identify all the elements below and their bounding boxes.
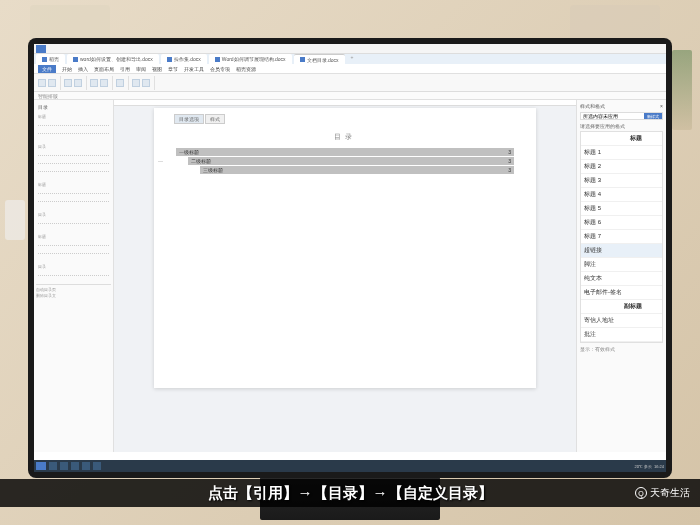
menu-member[interactable]: 会员专项 xyxy=(210,66,230,72)
nav-section-label: 标题 xyxy=(38,234,109,239)
ribbon-crossref-icon[interactable] xyxy=(100,79,108,87)
menu-layout[interactable]: 页面布局 xyxy=(94,66,114,72)
style-footnote[interactable]: 脚注 xyxy=(581,258,662,272)
toc-page: 3 xyxy=(508,158,511,164)
nav-item[interactable] xyxy=(38,120,109,126)
taskbar-search-icon[interactable] xyxy=(49,462,57,470)
menu-dev[interactable]: 开发工具 xyxy=(184,66,204,72)
nav-item[interactable] xyxy=(38,128,109,134)
tab-doc3[interactable]: Word如何调节展现结构.docx xyxy=(209,54,292,64)
nav-title: 目录 xyxy=(36,102,111,112)
ribbon-toc-icon[interactable] xyxy=(38,79,46,87)
nav-section-label: 目录 xyxy=(38,212,109,217)
nav-item[interactable] xyxy=(38,248,109,254)
watermark: Q 天奇生活 xyxy=(635,486,690,500)
ribbon-update-icon[interactable] xyxy=(48,79,56,87)
tab-home[interactable]: 稻壳 xyxy=(36,54,65,64)
home-icon xyxy=(42,57,47,62)
toc-row-level2[interactable]: 二级标题3 xyxy=(188,157,514,165)
style-h3[interactable]: 标题 3 xyxy=(581,174,662,188)
workspace: 目录 标题 目录 标题 目录 标题 目录 自动目录页 删除目录文 目录选项 样式… xyxy=(34,100,666,452)
toc-text: 二级标题 xyxy=(191,158,211,164)
menu-insert[interactable]: 插入 xyxy=(78,66,88,72)
start-button[interactable] xyxy=(36,462,46,470)
video-caption: 点击【引用】→【目录】→【自定义目录】 Q 天奇生活 xyxy=(0,479,700,507)
page[interactable]: 目录选项 样式 — 目录 一级标题3 二级标题3 三级标题3 xyxy=(154,108,536,388)
ribbon-group-5 xyxy=(132,76,155,90)
nav-item[interactable] xyxy=(38,218,109,224)
ribbon-footnote-icon[interactable] xyxy=(64,79,72,87)
nav-item[interactable] xyxy=(38,166,109,172)
titlebar xyxy=(34,44,666,54)
style-header[interactable]: 标题 xyxy=(581,132,662,146)
weather-widget[interactable]: 20℃ 多云 xyxy=(634,464,652,469)
toc-row-level1[interactable]: 一级标题3 xyxy=(176,148,514,156)
nav-item[interactable] xyxy=(38,196,109,202)
style-h7[interactable]: 标题 7 xyxy=(581,230,662,244)
new-style-button[interactable]: 新样式 xyxy=(644,113,662,119)
menu-review[interactable]: 审阅 xyxy=(136,66,146,72)
style-h5[interactable]: 标题 5 xyxy=(581,202,662,216)
nav-auto-toc[interactable]: 自动目录页 xyxy=(36,287,111,292)
style-h6[interactable]: 标题 6 xyxy=(581,216,662,230)
ribbon-caption-icon[interactable] xyxy=(90,79,98,87)
nav-item[interactable] xyxy=(38,158,109,164)
ribbon-endnote-icon[interactable] xyxy=(74,79,82,87)
tab-label: word如何设置、创建和导出.docx xyxy=(80,56,153,62)
menu-section[interactable]: 章节 xyxy=(168,66,178,72)
taskbar-edge-icon[interactable] xyxy=(71,462,79,470)
nav-item[interactable] xyxy=(38,270,109,276)
ribbon-mail-icon[interactable] xyxy=(132,79,140,87)
smart-layout-label[interactable]: 智能排版 xyxy=(38,93,58,99)
document-tabs: 稻壳 word如何设置、创建和导出.docx 操作集.docx Word如何调节… xyxy=(34,54,666,64)
styles-filter[interactable]: 显示：有效样式 xyxy=(580,346,663,352)
tab-doc4-active[interactable]: 文档目录.docx xyxy=(294,54,345,64)
style-h4[interactable]: 标题 4 xyxy=(581,188,662,202)
menu-file[interactable]: 文件 xyxy=(38,65,56,73)
ribbon-group-4 xyxy=(116,76,129,90)
toc-tab-style[interactable]: 样式 xyxy=(205,114,225,124)
toc-tab-options[interactable]: 目录选项 xyxy=(174,114,204,124)
clock[interactable]: 16:24 xyxy=(654,464,664,469)
menu-view[interactable]: 视图 xyxy=(152,66,162,72)
nav-item[interactable] xyxy=(38,150,109,156)
doc-icon xyxy=(73,57,78,62)
menu-reference[interactable]: 引用 xyxy=(120,66,130,72)
nav-delete-toc[interactable]: 删除目录文 xyxy=(36,293,111,298)
style-email[interactable]: 电子邮件-签名 xyxy=(581,286,662,300)
ribbon-mark-icon[interactable] xyxy=(116,79,124,87)
style-h1[interactable]: 标题 1 xyxy=(581,146,662,160)
windows-taskbar: 20℃ 多云 16:24 xyxy=(34,460,666,472)
taskbar-app-icon[interactable] xyxy=(82,462,90,470)
ribbon-citation-icon[interactable] xyxy=(142,79,150,87)
system-tray: 20℃ 多云 16:24 xyxy=(634,464,664,469)
style-sender[interactable]: 寄信人地址 xyxy=(581,314,662,328)
style-subtitle[interactable]: 副标题 xyxy=(581,300,662,314)
toc-text: 一级标题 xyxy=(179,149,199,155)
style-hyperlink[interactable]: 超链接 xyxy=(581,244,662,258)
tab-add-button[interactable]: + xyxy=(347,54,358,64)
tab-doc1[interactable]: word如何设置、创建和导出.docx xyxy=(67,54,159,64)
styles-list[interactable]: 标题 标题 1 标题 2 标题 3 标题 4 标题 5 标题 6 标题 7 超链… xyxy=(580,131,663,343)
toc-text: 三级标题 xyxy=(203,167,223,173)
watermark-text: 天奇生活 xyxy=(650,486,690,500)
toc-page: 3 xyxy=(508,149,511,155)
style-h2[interactable]: 标题 2 xyxy=(581,160,662,174)
style-plaintext[interactable]: 纯文本 xyxy=(581,272,662,286)
ribbon-group-2 xyxy=(64,76,87,90)
menu-start[interactable]: 开始 xyxy=(62,66,72,72)
nav-item[interactable] xyxy=(38,188,109,194)
tab-label: 操作集.docx xyxy=(174,56,201,62)
desk-plant xyxy=(672,50,692,130)
ruler[interactable] xyxy=(114,100,576,106)
toc-row-level3[interactable]: 三级标题3 xyxy=(200,166,514,174)
taskbar-app-icon[interactable] xyxy=(93,462,101,470)
style-comment[interactable]: 批注 xyxy=(581,328,662,342)
taskbar-explorer-icon[interactable] xyxy=(60,462,68,470)
styles-panel: 样式和格式 × 所选内容未应用 新样式 请选择要应用的格式 标题 标题 1 标题… xyxy=(576,100,666,452)
menu-resources[interactable]: 稻壳资源 xyxy=(236,66,256,72)
close-icon[interactable]: × xyxy=(660,103,663,109)
nav-item[interactable] xyxy=(38,240,109,246)
tab-doc2[interactable]: 操作集.docx xyxy=(161,54,207,64)
nav-section-label: 标题 xyxy=(38,114,109,119)
